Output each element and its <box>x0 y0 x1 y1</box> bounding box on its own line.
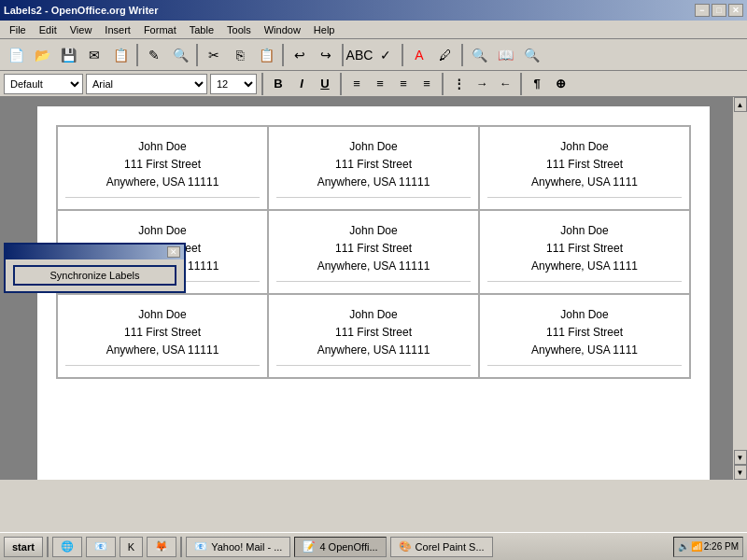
tray-icon-1: 🔊 <box>678 541 689 552</box>
style-select[interactable]: Default <box>4 74 83 94</box>
zoom-button[interactable]: 🔍 <box>519 43 543 67</box>
label-street-1: 111 First Street <box>124 156 201 174</box>
label-street-7: 111 First Street <box>124 324 201 342</box>
export-pdf-button[interactable]: 📋 <box>108 43 133 67</box>
italic-button[interactable]: I <box>291 74 312 94</box>
taskbar-icon-3[interactable]: K <box>120 537 143 557</box>
start-button[interactable]: start <box>4 537 43 557</box>
label-name-1: John Doe <box>138 138 186 156</box>
align-left-button[interactable]: ≡ <box>346 74 367 94</box>
label-cell-7[interactable]: John Doe 111 First Street Anywhere, USA … <box>57 294 268 378</box>
synchronize-labels-button[interactable]: Synchronize Labels <box>13 265 176 286</box>
label-city-8: Anywhere, USA 11111 <box>317 342 430 359</box>
taskbar-icon-2[interactable]: 📧 <box>86 537 116 557</box>
scroll-up-button[interactable]: ▲ <box>734 97 747 112</box>
sep5 <box>402 44 403 66</box>
menu-help[interactable]: Help <box>308 22 341 37</box>
label-cell-8[interactable]: John Doe 111 First Street Anywhere, USA … <box>268 294 479 378</box>
sep9 <box>442 73 444 95</box>
autocorrect-button[interactable]: ✓ <box>374 43 398 67</box>
indent-increase-button[interactable]: → <box>472 74 492 94</box>
title-text: Labels2 - OpenOffice.org Writer <box>4 5 158 16</box>
scrollbar[interactable]: ▲ ▼ ▼ <box>732 97 747 480</box>
label-cell-6[interactable]: John Doe 111 First Street Anywhere, USA … <box>479 210 690 294</box>
navigator-button[interactable]: 📖 <box>493 43 517 67</box>
label-cell-1[interactable]: John Doe 111 First Street Anywhere, USA … <box>57 126 268 210</box>
label-name-7: John Doe <box>138 306 186 324</box>
maximize-button[interactable]: □ <box>712 4 726 17</box>
menu-table[interactable]: Table <box>184 22 219 37</box>
menu-window[interactable]: Window <box>259 22 306 37</box>
sep6 <box>461 44 463 66</box>
label-cell-2[interactable]: John Doe 111 First Street Anywhere, USA … <box>268 126 479 210</box>
taskbar-oo-icon: 📝 <box>303 540 316 553</box>
numbering-button[interactable]: ⋮ <box>448 74 469 94</box>
character-button[interactable]: ⊕ <box>550 74 571 94</box>
fontcolor-button[interactable]: A <box>407 43 431 67</box>
open-button[interactable]: 📂 <box>30 43 54 67</box>
label-cell-3[interactable]: John Doe 111 First Street Anywhere, USA … <box>479 126 690 210</box>
minimize-button[interactable]: − <box>695 4 710 17</box>
label-city-1: Anywhere, USA 11111 <box>106 174 219 191</box>
sync-panel-title: ✕ <box>6 245 184 259</box>
sync-panel-close-button[interactable]: ✕ <box>167 246 180 258</box>
label-city-9: Anywhere, USA 1111 <box>531 342 638 359</box>
title-bar: Labels2 - OpenOffice.org Writer − □ ✕ <box>0 0 747 21</box>
label-name-6: John Doe <box>560 222 608 240</box>
taskbar-openoffice-button[interactable]: 📝 4 OpenOffi... <box>294 537 386 557</box>
new-button[interactable]: 📄 <box>4 43 28 67</box>
find2-button[interactable]: 🔍 <box>467 43 491 67</box>
align-right-button[interactable]: ≡ <box>393 74 414 94</box>
save-button[interactable]: 💾 <box>56 43 80 67</box>
find-button[interactable]: 🔍 <box>168 43 192 67</box>
label-street-8: 111 First Street <box>335 324 412 342</box>
undo-button[interactable]: ↩ <box>288 43 312 67</box>
menu-edit[interactable]: Edit <box>34 22 63 37</box>
toolbar2: Default Arial 12 B I U ≡ ≡ ≡ ≡ ⋮ → ← ¶ ⊕ <box>0 71 747 97</box>
taskbar-yahoo-button[interactable]: 📧 Yahoo! Mail - ... <box>186 537 290 557</box>
redo-button[interactable]: ↪ <box>314 43 338 67</box>
label-cell-9[interactable]: John Doe 111 First Street Anywhere, USA … <box>479 294 690 378</box>
label-street-9: 111 First Street <box>546 324 623 342</box>
size-select[interactable]: 12 <box>210 74 257 94</box>
highlight-button[interactable]: 🖊 <box>433 43 458 67</box>
underline-button[interactable]: U <box>315 74 335 94</box>
scroll-down2-button[interactable]: ▼ <box>734 465 747 480</box>
scroll-down-button[interactable]: ▼ <box>734 450 747 465</box>
close-button[interactable]: ✕ <box>728 4 743 17</box>
sep10 <box>520 73 522 95</box>
spell-button[interactable]: ABC <box>347 43 372 67</box>
paste-button[interactable]: 📋 <box>254 43 278 67</box>
taskbar-sep2 <box>180 537 182 557</box>
document-page: John Doe 111 First Street Anywhere, USA … <box>37 106 710 480</box>
menu-tools[interactable]: Tools <box>221 22 257 37</box>
clock: 2:26 PM <box>704 541 739 552</box>
label-name-4: John Doe <box>138 222 186 240</box>
label-name-3: John Doe <box>560 138 608 156</box>
sync-labels-panel: ✕ Synchronize Labels <box>4 243 186 293</box>
menu-view[interactable]: View <box>64 22 98 37</box>
menu-insert[interactable]: Insert <box>99 22 136 37</box>
taskbar-corel-button[interactable]: 🎨 Corel Paint S... <box>390 537 493 557</box>
label-cell-5[interactable]: John Doe 111 First Street Anywhere, USA … <box>268 210 479 294</box>
edit-button[interactable]: ✎ <box>142 43 166 67</box>
copy-button[interactable]: ⎘ <box>228 43 252 67</box>
font-select[interactable]: Arial <box>86 74 207 94</box>
menu-format[interactable]: Format <box>138 22 182 37</box>
sep8 <box>340 73 342 95</box>
bold-button[interactable]: B <box>268 74 289 94</box>
sep3 <box>282 44 284 66</box>
cut-button[interactable]: ✂ <box>202 43 226 67</box>
indent-decrease-button[interactable]: ← <box>495 74 515 94</box>
align-center-button[interactable]: ≡ <box>370 74 390 94</box>
taskbar-icon-ie[interactable]: 🌐 <box>52 537 82 557</box>
sep2 <box>196 44 198 66</box>
title-bar-buttons: − □ ✕ <box>695 4 743 17</box>
taskbar-icon-4[interactable]: 🦊 <box>147 537 176 557</box>
sep4 <box>342 44 344 66</box>
paragraph-button[interactable]: ¶ <box>527 74 547 94</box>
align-justify-button[interactable]: ≡ <box>416 74 437 94</box>
menu-file[interactable]: File <box>4 22 32 37</box>
label-street-5: 111 First Street <box>335 240 412 258</box>
email-button[interactable]: ✉ <box>82 43 106 67</box>
